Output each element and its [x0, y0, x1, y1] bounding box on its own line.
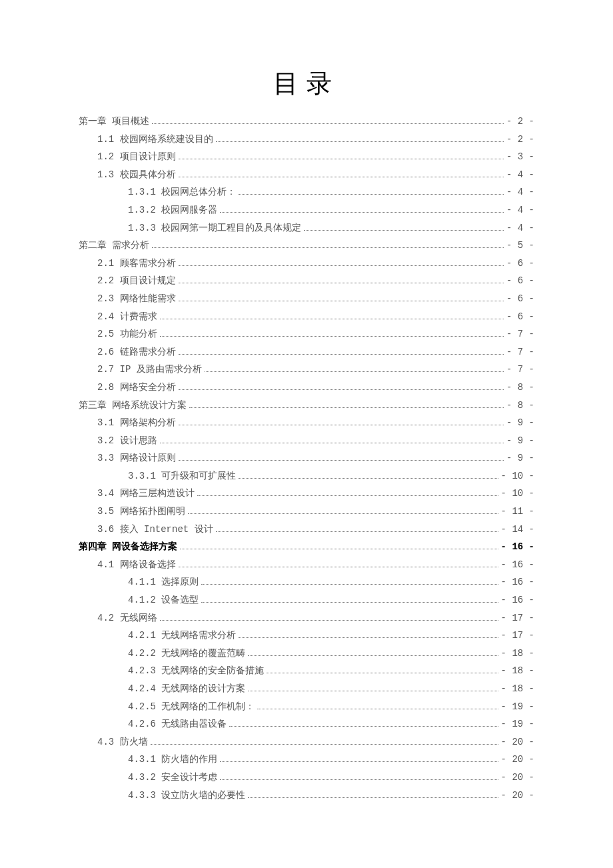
toc-entry[interactable]: 4.3 防火墙- 20 - [79, 733, 534, 751]
toc-leader-dots [179, 382, 504, 390]
toc-entry[interactable]: 1.3.1 校园网总体分析：- 4 - [79, 183, 534, 201]
toc-entry-page: - 7 - [506, 361, 534, 379]
toc-entry[interactable]: 4.3.1 防火墙的作用- 20 - [79, 751, 534, 769]
toc-leader-dots [197, 488, 498, 496]
toc-entry[interactable]: 2.7 IP 及路由需求分析- 7 - [79, 361, 534, 379]
toc-entry[interactable]: 4.3.3 设立防火墙的必要性- 20 - [79, 787, 534, 805]
toc-entry-text: 2.8 网络安全分析 [97, 379, 176, 397]
toc-entry-page: - 4 - [506, 166, 534, 184]
toc-entry-text: 4.2.4 无线网络的设计方案 [128, 680, 245, 698]
toc-entry[interactable]: 2.6 链路需求分析- 7 - [79, 343, 534, 361]
toc-entry[interactable]: 4.2.4 无线网络的设计方案- 18 - [79, 680, 534, 698]
toc-leader-dots [267, 665, 498, 673]
toc-entry-text: 3.3 网络设计原则 [97, 449, 176, 467]
toc-entry-page: - 16 - [501, 556, 534, 574]
toc-entry-page: - 11 - [501, 503, 534, 521]
toc-leader-dots [201, 595, 498, 603]
toc-entry-page: - 8 - [506, 379, 534, 397]
toc-entry[interactable]: 3.3.1 可升级和可扩展性- 10 - [79, 467, 534, 485]
toc-entry[interactable]: 3.5 网络拓扑图阐明- 11 - [79, 503, 534, 521]
toc-entry[interactable]: 第二章 需求分析- 5 - [79, 237, 534, 255]
toc-entry[interactable]: 第四章 网设备选择方案- 16 - [79, 538, 534, 556]
toc-entry-page: - 20 - [501, 751, 534, 769]
toc-entry-page: - 3 - [506, 148, 534, 166]
toc-entry[interactable]: 3.3 网络设计原则- 9 - [79, 449, 534, 467]
toc-entry[interactable]: 4.3.2 安全设计考虑- 20 - [79, 769, 534, 787]
toc-leader-dots [180, 541, 498, 549]
toc-entry-text: 1.3 校园具体分析 [97, 166, 176, 184]
toc-entry-page: - 4 - [506, 219, 534, 237]
toc-entry-text: 1.1 校园网络系统建设目的 [97, 131, 213, 149]
toc-entry-page: - 20 - [501, 787, 534, 805]
toc-entry[interactable]: 4.2.2 无线网络的覆盖范畴- 18 - [79, 645, 534, 663]
toc-entry[interactable]: 3.2 设计思路- 9 - [79, 432, 534, 450]
toc-entry-text: 2.7 IP 及路由需求分析 [97, 361, 202, 379]
toc-entry-text: 2.5 功能分析 [97, 325, 157, 343]
toc-entry[interactable]: 3.4 网络三层构造设计- 10 - [79, 485, 534, 503]
toc-entry-text: 4.2.5 无线网络的工作机制： [128, 698, 255, 716]
toc-entry[interactable]: 第三章 网络系统设计方案- 8 - [79, 397, 534, 415]
toc-entry-page: - 5 - [506, 237, 534, 255]
toc-entry[interactable]: 3.1 网络架构分析- 9 - [79, 414, 534, 432]
toc-entry-text: 1.3.1 校园网总体分析： [128, 183, 236, 201]
toc-entry[interactable]: 4.2.3 无线网络的安全防备措施- 18 - [79, 662, 534, 680]
toc-entry[interactable]: 4.2.6 无线路由器设备- 19 - [79, 715, 534, 733]
toc-entry-page: - 7 - [506, 325, 534, 343]
toc-entry-text: 2.6 链路需求分析 [97, 343, 176, 361]
toc-entry[interactable]: 1.3.3 校园网第一期工程目的及具体规定- 4 - [79, 219, 534, 237]
toc-leader-dots [179, 453, 504, 461]
toc-entry-page: - 17 - [501, 609, 534, 627]
toc-entry[interactable]: 4.2.5 无线网络的工作机制：- 19 - [79, 698, 534, 716]
toc-entry-page: - 18 - [501, 680, 534, 698]
toc-entry[interactable]: 2.1 顾客需求分析- 6 - [79, 255, 534, 273]
toc-leader-dots [239, 630, 498, 638]
toc-entry[interactable]: 4.2.1 无线网络需求分析- 17 - [79, 627, 534, 645]
toc-leader-dots [220, 754, 498, 762]
toc-entry-page: - 4 - [506, 201, 534, 219]
toc-entry-text: 4.3.2 安全设计考虑 [128, 769, 217, 787]
toc-entry[interactable]: 1.3.2 校园网服务器- 4 - [79, 201, 534, 219]
toc-entry-text: 4.1 网络设备选择 [97, 556, 176, 574]
document-page: 目录 第一章 项目概述- 2 -1.1 校园网络系统建设目的- 2 -1.2 项… [0, 0, 613, 844]
toc-entry-text: 第四章 网设备选择方案 [79, 538, 177, 556]
toc-entry-text: 4.2.3 无线网络的安全防备措施 [128, 662, 264, 680]
toc-entry-text: 4.3.1 防火墙的作用 [128, 751, 217, 769]
toc-entry-text: 第二章 需求分析 [79, 237, 149, 255]
toc-entry[interactable]: 4.2 无线网络- 17 - [79, 609, 534, 627]
toc-entry-text: 4.3 防火墙 [97, 733, 148, 751]
toc-entry-page: - 9 - [506, 432, 534, 450]
toc-entry-page: - 7 - [506, 343, 534, 361]
toc-entry-text: 第一章 项目概述 [79, 113, 149, 131]
toc-entry-page: - 6 - [506, 272, 534, 290]
toc-leader-dots [205, 364, 504, 372]
toc-entry[interactable]: 4.1 网络设备选择- 16 - [79, 556, 534, 574]
toc-entry-page: - 17 - [501, 627, 534, 645]
toc-entry-text: 第三章 网络系统设计方案 [79, 397, 187, 415]
toc-entry-page: - 10 - [501, 467, 534, 485]
toc-entry-text: 3.5 网络拓扑图阐明 [97, 503, 185, 521]
toc-entry[interactable]: 1.2 项目设计原则- 3 - [79, 148, 534, 166]
toc-entry-text: 4.2.1 无线网络需求分析 [128, 627, 236, 645]
toc-entry-page: - 16 - [501, 591, 534, 609]
toc-leader-dots [179, 293, 504, 301]
toc-entry[interactable]: 2.3 网络性能需求- 6 - [79, 290, 534, 308]
toc-entry[interactable]: 1.3 校园具体分析- 4 - [79, 166, 534, 184]
toc-leader-dots [248, 683, 498, 691]
toc-entry[interactable]: 2.2 项目设计规定- 6 - [79, 272, 534, 290]
toc-entry[interactable]: 2.8 网络安全分析- 8 - [79, 379, 534, 397]
toc-leader-dots [229, 719, 498, 727]
toc-entry[interactable]: 4.1.1 选择原则- 16 - [79, 573, 534, 591]
table-of-contents: 第一章 项目概述- 2 -1.1 校园网络系统建设目的- 2 -1.2 项目设计… [79, 113, 534, 804]
toc-entry[interactable]: 4.1.2 设备选型- 16 - [79, 591, 534, 609]
toc-leader-dots [179, 559, 498, 567]
toc-leader-dots [179, 169, 504, 177]
toc-entry-text: 3.6 接入 Internet 设计 [97, 521, 213, 539]
toc-leader-dots [239, 187, 504, 195]
toc-entry[interactable]: 2.5 功能分析- 7 - [79, 325, 534, 343]
toc-leader-dots [239, 471, 498, 479]
toc-entry[interactable]: 1.1 校园网络系统建设目的- 2 - [79, 131, 534, 149]
toc-entry[interactable]: 3.6 接入 Internet 设计- 14 - [79, 521, 534, 539]
toc-entry[interactable]: 2.4 计费需求- 6 - [79, 308, 534, 326]
toc-entry-page: - 19 - [501, 715, 534, 733]
toc-entry[interactable]: 第一章 项目概述- 2 - [79, 113, 534, 131]
